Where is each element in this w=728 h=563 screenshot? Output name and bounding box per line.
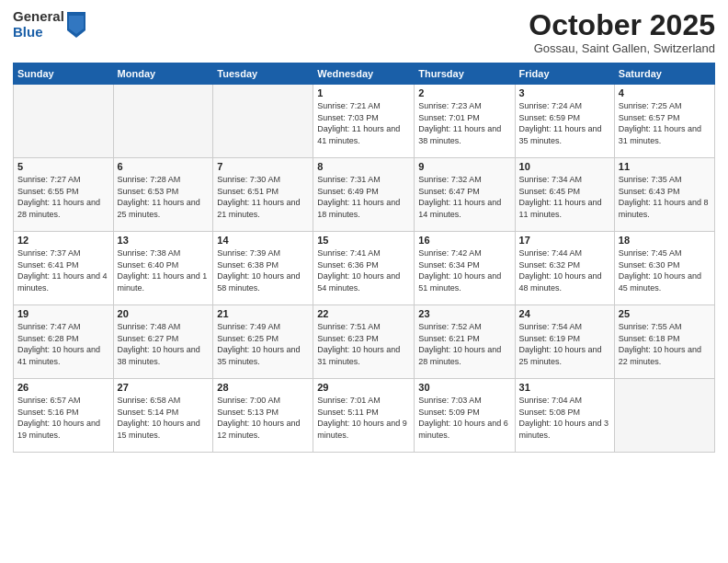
table-row: 25Sunrise: 7:55 AM Sunset: 6:18 PM Dayli… [614,305,714,379]
calendar-week-row: 1Sunrise: 7:21 AM Sunset: 7:03 PM Daylig… [14,85,715,158]
day-info: Sunrise: 7:04 AM Sunset: 5:08 PM Dayligh… [519,395,610,441]
day-number: 5 [17,161,109,172]
day-info: Sunrise: 7:52 AM Sunset: 6:21 PM Dayligh… [418,321,510,367]
day-info: Sunrise: 7:34 AM Sunset: 6:45 PM Dayligh… [519,174,610,220]
table-row: 17Sunrise: 7:44 AM Sunset: 6:32 PM Dayli… [515,232,614,305]
table-row: 11Sunrise: 7:35 AM Sunset: 6:43 PM Dayli… [614,158,714,232]
table-row: 28Sunrise: 7:00 AM Sunset: 5:13 PM Dayli… [213,379,313,453]
day-number: 15 [317,235,410,246]
table-row: 24Sunrise: 7:54 AM Sunset: 6:19 PM Dayli… [515,305,614,379]
day-info: Sunrise: 7:54 AM Sunset: 6:19 PM Dayligh… [519,321,610,367]
calendar-week-row: 12Sunrise: 7:37 AM Sunset: 6:41 PM Dayli… [14,232,715,305]
day-number: 22 [317,308,410,319]
table-row [14,85,114,158]
table-row: 13Sunrise: 7:38 AM Sunset: 6:40 PM Dayli… [113,232,213,305]
day-number: 3 [519,87,610,98]
day-number: 30 [418,382,510,393]
day-number: 19 [17,308,109,319]
day-info: Sunrise: 7:31 AM Sunset: 6:49 PM Dayligh… [317,174,410,220]
table-row: 5Sunrise: 7:27 AM Sunset: 6:55 PM Daylig… [14,158,114,232]
day-number: 8 [317,161,410,172]
day-number: 27 [118,382,210,393]
table-row: 31Sunrise: 7:04 AM Sunset: 5:08 PM Dayli… [515,379,614,453]
day-info: Sunrise: 7:38 AM Sunset: 6:40 PM Dayligh… [118,247,210,293]
table-row: 10Sunrise: 7:34 AM Sunset: 6:45 PM Dayli… [515,158,614,232]
logo-icon [67,12,85,38]
calendar-table: Sunday Monday Tuesday Wednesday Thursday… [13,63,715,453]
day-info: Sunrise: 7:41 AM Sunset: 6:36 PM Dayligh… [317,247,410,293]
day-number: 13 [118,235,210,246]
day-info: Sunrise: 7:47 AM Sunset: 6:28 PM Dayligh… [17,321,109,367]
day-number: 24 [519,308,610,319]
day-number: 16 [418,235,510,246]
logo-blue: Blue [13,25,64,40]
table-row: 22Sunrise: 7:51 AM Sunset: 6:23 PM Dayli… [313,305,415,379]
table-row: 29Sunrise: 7:01 AM Sunset: 5:11 PM Dayli… [313,379,415,453]
calendar-week-row: 5Sunrise: 7:27 AM Sunset: 6:55 PM Daylig… [14,158,715,232]
table-row: 27Sunrise: 6:58 AM Sunset: 5:14 PM Dayli… [113,379,213,453]
table-row: 16Sunrise: 7:42 AM Sunset: 6:34 PM Dayli… [415,232,515,305]
table-row: 7Sunrise: 7:30 AM Sunset: 6:51 PM Daylig… [213,158,313,232]
col-tuesday: Tuesday [213,63,313,85]
logo: General Blue [13,9,85,40]
table-row: 20Sunrise: 7:48 AM Sunset: 6:27 PM Dayli… [113,305,213,379]
day-info: Sunrise: 7:45 AM Sunset: 6:30 PM Dayligh… [619,247,711,293]
day-number: 31 [519,382,610,393]
day-number: 17 [519,235,610,246]
logo-general: General [13,9,64,25]
month-title: October 2025 [529,9,715,41]
day-info: Sunrise: 7:25 AM Sunset: 6:57 PM Dayligh… [619,100,711,146]
table-row: 14Sunrise: 7:39 AM Sunset: 6:38 PM Dayli… [213,232,313,305]
day-info: Sunrise: 7:03 AM Sunset: 5:09 PM Dayligh… [418,395,510,441]
day-number: 29 [317,382,410,393]
day-info: Sunrise: 7:23 AM Sunset: 7:01 PM Dayligh… [418,100,510,146]
day-info: Sunrise: 7:42 AM Sunset: 6:34 PM Dayligh… [418,247,510,293]
header: General Blue October 2025 Gossau, Saint … [13,9,715,55]
day-info: Sunrise: 7:27 AM Sunset: 6:55 PM Dayligh… [17,174,109,220]
day-number: 10 [519,161,610,172]
table-row: 6Sunrise: 7:28 AM Sunset: 6:53 PM Daylig… [113,158,213,232]
day-info: Sunrise: 6:58 AM Sunset: 5:14 PM Dayligh… [118,395,210,441]
day-number: 7 [217,161,309,172]
col-saturday: Saturday [614,63,714,85]
location: Gossau, Saint Gallen, Switzerland [529,41,715,55]
table-row: 12Sunrise: 7:37 AM Sunset: 6:41 PM Dayli… [14,232,114,305]
day-number: 18 [619,235,711,246]
day-info: Sunrise: 7:01 AM Sunset: 5:11 PM Dayligh… [317,395,410,441]
day-info: Sunrise: 7:44 AM Sunset: 6:32 PM Dayligh… [519,247,610,293]
day-info: Sunrise: 7:39 AM Sunset: 6:38 PM Dayligh… [217,247,309,293]
day-info: Sunrise: 7:37 AM Sunset: 6:41 PM Dayligh… [17,247,109,293]
day-info: Sunrise: 7:49 AM Sunset: 6:25 PM Dayligh… [217,321,309,367]
day-number: 6 [118,161,210,172]
page: General Blue October 2025 Gossau, Saint … [0,0,728,563]
col-friday: Friday [515,63,614,85]
table-row: 9Sunrise: 7:32 AM Sunset: 6:47 PM Daylig… [415,158,515,232]
day-number: 9 [418,161,510,172]
table-row: 3Sunrise: 7:24 AM Sunset: 6:59 PM Daylig… [515,85,614,158]
day-number: 11 [619,161,711,172]
table-row: 15Sunrise: 7:41 AM Sunset: 6:36 PM Dayli… [313,232,415,305]
day-number: 4 [619,87,711,98]
day-info: Sunrise: 7:51 AM Sunset: 6:23 PM Dayligh… [317,321,410,367]
day-info: Sunrise: 7:21 AM Sunset: 7:03 PM Dayligh… [317,100,410,146]
day-number: 23 [418,308,510,319]
logo-text: General Blue [13,9,64,40]
table-row: 30Sunrise: 7:03 AM Sunset: 5:09 PM Dayli… [415,379,515,453]
day-info: Sunrise: 7:35 AM Sunset: 6:43 PM Dayligh… [619,174,711,220]
table-row [213,85,313,158]
table-row: 1Sunrise: 7:21 AM Sunset: 7:03 PM Daylig… [313,85,415,158]
day-number: 28 [217,382,309,393]
day-number: 12 [17,235,109,246]
day-number: 14 [217,235,309,246]
table-row: 26Sunrise: 6:57 AM Sunset: 5:16 PM Dayli… [14,379,114,453]
day-info: Sunrise: 7:24 AM Sunset: 6:59 PM Dayligh… [519,100,610,146]
day-number: 26 [17,382,109,393]
calendar-week-row: 19Sunrise: 7:47 AM Sunset: 6:28 PM Dayli… [14,305,715,379]
day-info: Sunrise: 7:32 AM Sunset: 6:47 PM Dayligh… [418,174,510,220]
day-info: Sunrise: 7:55 AM Sunset: 6:18 PM Dayligh… [619,321,711,367]
day-number: 21 [217,308,309,319]
table-row [614,379,714,453]
day-info: Sunrise: 7:00 AM Sunset: 5:13 PM Dayligh… [217,395,309,441]
day-info: Sunrise: 7:28 AM Sunset: 6:53 PM Dayligh… [118,174,210,220]
table-row: 19Sunrise: 7:47 AM Sunset: 6:28 PM Dayli… [14,305,114,379]
